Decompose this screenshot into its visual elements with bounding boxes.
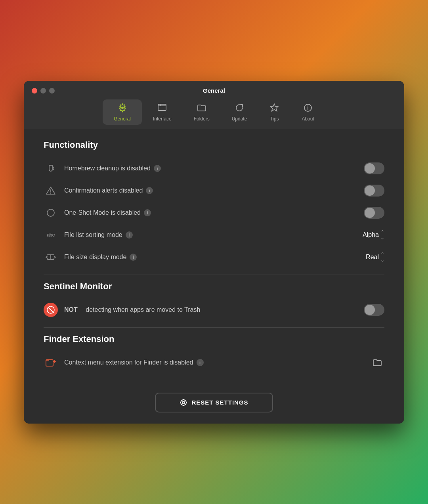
svg-line-19 bbox=[48, 307, 54, 313]
svg-point-9 bbox=[50, 193, 51, 194]
file-size-info-icon[interactable]: i bbox=[130, 254, 137, 261]
homebrew-cleanup-label: Homebrew cleanup is disabled i bbox=[64, 165, 357, 172]
file-sort-info-icon[interactable]: i bbox=[126, 231, 133, 239]
file-size-select[interactable]: Real ⌃⌄ bbox=[366, 252, 384, 263]
tab-general[interactable]: General bbox=[103, 99, 142, 125]
functionality-title: Functionality bbox=[44, 140, 384, 150]
homebrew-cleanup-row: Homebrew cleanup is disabled i bbox=[44, 157, 384, 179]
minimize-button[interactable] bbox=[40, 88, 46, 94]
tab-update[interactable]: Update bbox=[221, 99, 258, 125]
file-size-icon bbox=[44, 250, 58, 264]
file-sort-icon: abc bbox=[44, 228, 58, 242]
context-menu-label: Context menu extension for Finder is dis… bbox=[64, 359, 364, 366]
interface-tab-label: Interface bbox=[153, 116, 172, 122]
one-shot-info-icon[interactable]: i bbox=[144, 209, 151, 216]
divider-2 bbox=[44, 327, 384, 328]
one-shot-toggle[interactable] bbox=[364, 207, 384, 219]
reset-settings-button[interactable]: RESET SETTINGS bbox=[155, 393, 273, 412]
update-tab-label: Update bbox=[232, 116, 247, 122]
confirmation-alerts-toggle[interactable] bbox=[364, 185, 384, 197]
one-shot-label: One-Shot Mode is disabled i bbox=[64, 209, 357, 216]
file-size-chevron: ⌃⌄ bbox=[380, 252, 384, 263]
main-content: Functionality Homebrew cleanup is disabl… bbox=[24, 129, 404, 385]
sentinel-icon bbox=[44, 303, 58, 317]
tab-bar: General Interface bbox=[103, 99, 325, 125]
about-tab-icon bbox=[303, 103, 313, 115]
svg-point-10 bbox=[47, 209, 54, 216]
alert-icon bbox=[44, 183, 58, 198]
file-sort-row: abc File list sorting mode i Alpha ⌃⌄ bbox=[44, 224, 384, 246]
window-title: General bbox=[203, 87, 225, 94]
trash-detection-toggle[interactable] bbox=[364, 304, 384, 316]
context-menu-info-icon[interactable]: i bbox=[197, 359, 204, 366]
tips-tab-label: Tips bbox=[270, 116, 279, 122]
file-size-label: File size display mode i bbox=[64, 254, 359, 261]
trash-detection-row: NOT detecting when apps are moved to Tra… bbox=[44, 299, 384, 321]
file-sort-select[interactable]: Alpha ⌃⌄ bbox=[363, 229, 384, 241]
update-tab-icon bbox=[234, 103, 245, 115]
file-sort-label: File list sorting mode i bbox=[64, 231, 356, 239]
finder-ext-icon bbox=[44, 355, 58, 370]
svg-line-17 bbox=[54, 257, 55, 258]
confirmation-alerts-label: Confirmation alerts disabled i bbox=[64, 187, 357, 194]
svg-point-23 bbox=[181, 400, 186, 405]
svg-point-24 bbox=[182, 401, 185, 404]
homebrew-info-icon[interactable]: i bbox=[154, 165, 161, 172]
file-sort-chevron: ⌃⌄ bbox=[380, 229, 384, 241]
one-shot-icon bbox=[44, 206, 58, 220]
interface-tab-icon bbox=[157, 103, 167, 115]
one-shot-row: One-Shot Mode is disabled i bbox=[44, 202, 384, 224]
svg-rect-1 bbox=[158, 104, 166, 111]
tab-folders[interactable]: Folders bbox=[183, 99, 221, 125]
confirmation-alerts-row: Confirmation alerts disabled i bbox=[44, 179, 384, 202]
finder-open-button[interactable] bbox=[370, 355, 384, 370]
general-tab-label: General bbox=[114, 116, 131, 122]
finder-title: Finder Extension bbox=[44, 334, 384, 344]
context-menu-row: Context menu extension for Finder is dis… bbox=[44, 351, 384, 374]
tips-tab-icon bbox=[269, 103, 279, 115]
file-size-row: File size display mode i Real ⌃⌄ bbox=[44, 246, 384, 268]
tab-about[interactable]: About bbox=[290, 99, 325, 125]
tab-tips[interactable]: Tips bbox=[258, 99, 290, 125]
traffic-lights bbox=[32, 88, 55, 94]
svg-point-0 bbox=[121, 107, 124, 109]
sentinel-title: Sentinel Monitor bbox=[44, 281, 384, 292]
general-tab-icon bbox=[117, 103, 128, 115]
about-tab-label: About bbox=[302, 116, 314, 122]
trash-detection-label: NOT detecting when apps are moved to Tra… bbox=[64, 306, 357, 313]
folders-tab-label: Folders bbox=[194, 116, 210, 122]
app-window: General General bbox=[24, 81, 404, 424]
maximize-button[interactable] bbox=[49, 88, 55, 94]
bottom-bar: RESET SETTINGS bbox=[24, 385, 404, 424]
svg-line-15 bbox=[46, 257, 48, 258]
homebrew-icon bbox=[44, 161, 58, 176]
svg-point-6 bbox=[308, 105, 308, 106]
homebrew-cleanup-toggle[interactable] bbox=[364, 162, 384, 174]
divider-1 bbox=[44, 275, 384, 275]
close-button[interactable] bbox=[32, 88, 37, 94]
confirmation-info-icon[interactable]: i bbox=[146, 187, 153, 194]
titlebar: General General bbox=[24, 81, 404, 129]
folders-tab-icon bbox=[197, 103, 207, 115]
tab-interface[interactable]: Interface bbox=[142, 99, 183, 125]
